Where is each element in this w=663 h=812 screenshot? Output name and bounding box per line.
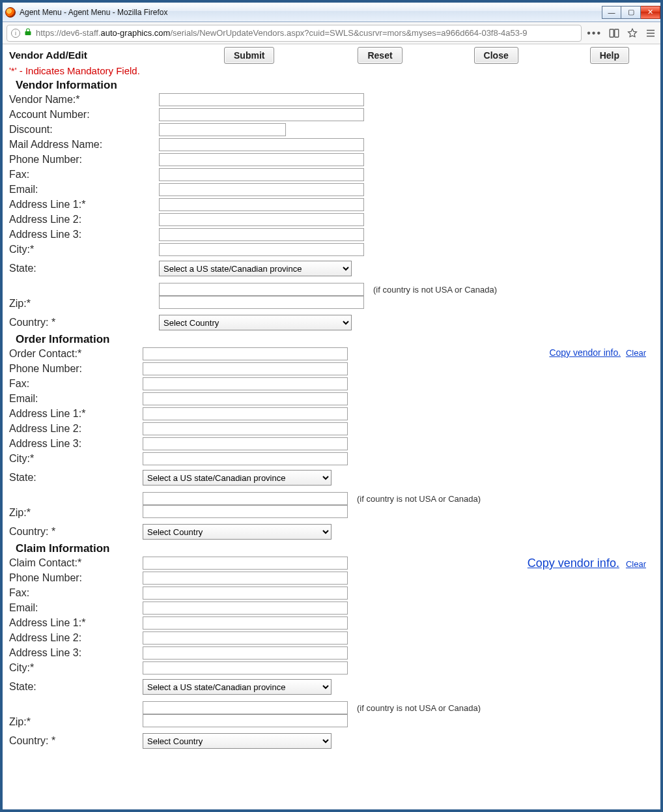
order-clear-link[interactable]: Clear — [626, 348, 646, 358]
claim-country-select[interactable]: Select Country — [143, 733, 332, 749]
order-copy-link[interactable]: Copy vendor info. — [549, 347, 621, 358]
order-section-head: Order Information — [16, 333, 658, 346]
label-vendor-addr3: Address Line 3: — [9, 229, 159, 240]
maximize-button[interactable]: ▢ — [621, 6, 641, 19]
vendor-country-select[interactable]: Select Country — [159, 315, 352, 330]
svg-rect-0 — [610, 29, 614, 37]
claim-phone-input[interactable] — [143, 572, 348, 585]
vendor-name-input[interactable] — [159, 93, 364, 106]
claim-zip-input[interactable] — [143, 714, 348, 727]
vendor-addr2-input[interactable] — [159, 213, 364, 226]
order-addr2-input[interactable] — [143, 422, 348, 435]
label-claim-country: Country: * — [9, 735, 143, 747]
vendor-addr3-input[interactable] — [159, 228, 364, 241]
order-addr3-input[interactable] — [143, 437, 348, 450]
label-claim-addr2: Address Line 2: — [9, 632, 143, 644]
label-vendor-phone: Phone Number: — [9, 154, 159, 166]
vendor-state-select[interactable]: Select a US state/Canadian province — [159, 261, 352, 276]
label-vendor-fax: Fax: — [9, 169, 159, 181]
url-text: https://dev6-staff.auto-graphics.com/ser… — [36, 28, 528, 38]
label-vendor-mailname: Mail Address Name: — [9, 139, 159, 151]
label-claim-addr1: Address Line 1:* — [9, 617, 143, 629]
order-city-input[interactable] — [143, 452, 348, 465]
claim-links: Copy vendor info. Clear — [528, 557, 646, 570]
claim-clear-link[interactable]: Clear — [626, 559, 646, 569]
label-order-city: City:* — [9, 453, 143, 465]
more-icon[interactable]: ••• — [587, 27, 602, 39]
vendor-fax-input[interactable] — [159, 168, 364, 181]
label-vendor-name: Vendor Name:* — [9, 94, 159, 106]
page-body: Vendor Add/Edit Submit Reset Close Help … — [3, 44, 660, 809]
label-order-zip: Zip:* — [9, 507, 143, 519]
window-title: Agent Menu - Agent Menu - Mozilla Firefo… — [20, 8, 602, 17]
label-order-addr3: Address Line 3: — [9, 438, 143, 450]
submit-button[interactable]: Submit — [224, 47, 274, 64]
order-altstate-input[interactable] — [143, 492, 348, 505]
order-email-input[interactable] — [143, 392, 348, 405]
order-contact-input[interactable] — [143, 347, 348, 360]
reset-button[interactable]: Reset — [358, 47, 402, 64]
vendor-mailname-input[interactable] — [159, 138, 364, 151]
label-vendor-acct: Account Number: — [9, 109, 159, 121]
label-vendor-zip: Zip:* — [9, 298, 159, 310]
claim-state-select[interactable]: Select a US state/Canadian province — [143, 679, 332, 695]
label-vendor-email: Email: — [9, 184, 159, 196]
minimize-button[interactable]: — — [602, 6, 621, 19]
vendor-altstate-input[interactable] — [159, 283, 364, 296]
vendor-city-input[interactable] — [159, 243, 364, 256]
claim-fax-input[interactable] — [143, 587, 348, 600]
claim-city-input[interactable] — [143, 661, 348, 674]
label-vendor-addr2: Address Line 2: — [9, 214, 159, 225]
vendor-zip-input[interactable] — [159, 296, 364, 309]
svg-rect-1 — [615, 29, 619, 37]
label-claim-zip: Zip:* — [9, 716, 143, 728]
claim-contact-input[interactable] — [143, 557, 348, 570]
order-zip-input[interactable] — [143, 505, 348, 518]
claim-copy-link[interactable]: Copy vendor info. — [528, 557, 619, 570]
label-order-fax: Fax: — [9, 378, 143, 390]
label-claim-email: Email: — [9, 602, 143, 614]
vendor-phone-input[interactable] — [159, 153, 364, 166]
vendor-section-head: Vendor Information — [16, 79, 658, 92]
vendor-section: Vendor Name:* Account Number: Discount: … — [9, 92, 658, 330]
label-order-addr2: Address Line 2: — [9, 423, 143, 435]
hamburger-icon[interactable] — [645, 27, 656, 39]
claim-altstate-hint: (if country is not USA or Canada) — [357, 703, 481, 713]
page-toolbar: Vendor Add/Edit Submit Reset Close Help — [9, 47, 658, 64]
firefox-icon — [5, 7, 16, 18]
lock-icon — [24, 28, 32, 38]
order-state-select[interactable]: Select a US state/Canadian province — [143, 470, 332, 486]
reader-icon[interactable] — [608, 27, 620, 39]
claim-addr2-input[interactable] — [143, 631, 348, 645]
close-button[interactable]: Close — [474, 47, 518, 64]
label-order-phone: Phone Number: — [9, 363, 143, 375]
help-button[interactable]: Help — [590, 47, 629, 64]
order-country-select[interactable]: Select Country — [143, 524, 332, 540]
window-titlebar: Agent Menu - Agent Menu - Mozilla Firefo… — [3, 3, 660, 22]
browser-window: Agent Menu - Agent Menu - Mozilla Firefo… — [3, 3, 660, 809]
label-order-email: Email: — [9, 393, 143, 405]
url-box[interactable]: i https://dev6-staff.auto-graphics.com/s… — [7, 25, 582, 42]
viewport: Vendor Add/Edit Submit Reset Close Help … — [3, 44, 660, 809]
label-claim-state: State: — [9, 681, 143, 693]
claim-altstate-input[interactable] — [143, 701, 348, 714]
vendor-addr1-input[interactable] — [159, 198, 364, 211]
bookmark-icon[interactable] — [627, 27, 638, 39]
label-order-addr1: Address Line 1:* — [9, 408, 143, 420]
label-claim-city: City:* — [9, 662, 143, 674]
claim-email-input[interactable] — [143, 602, 348, 615]
vendor-discount-input[interactable] — [159, 123, 286, 136]
vendor-email-input[interactable] — [159, 183, 364, 196]
window-close-button[interactable]: ✕ — [641, 6, 660, 19]
vendor-acct-input[interactable] — [159, 108, 364, 121]
order-addr1-input[interactable] — [143, 407, 348, 420]
order-section: Copy vendor info. Clear Order Contact:* … — [9, 346, 658, 540]
mandatory-note: '*' - Indicates Mandatory Field. — [9, 65, 658, 76]
claim-addr1-input[interactable] — [143, 616, 348, 630]
browser-toolbar: i https://dev6-staff.auto-graphics.com/s… — [3, 22, 660, 44]
toolbar-right-icons: ••• — [587, 27, 656, 39]
order-phone-input[interactable] — [143, 362, 348, 375]
claim-addr3-input[interactable] — [143, 646, 348, 660]
order-fax-input[interactable] — [143, 377, 348, 390]
info-icon: i — [11, 29, 20, 38]
